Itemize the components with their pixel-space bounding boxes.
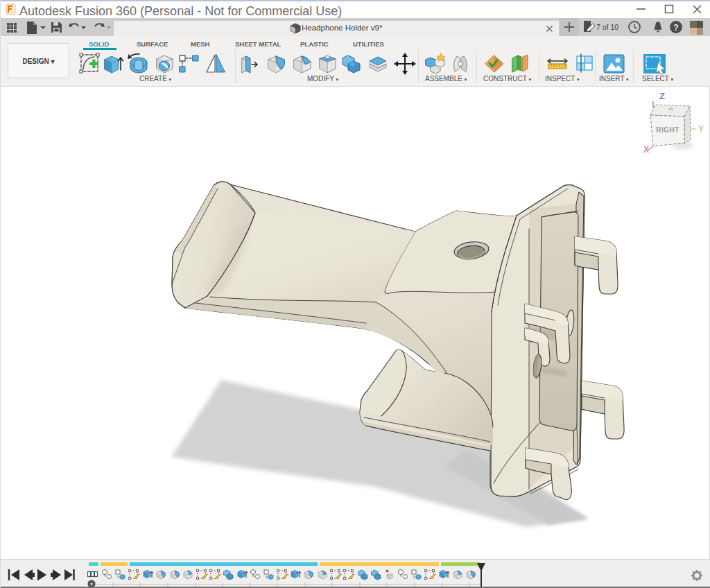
svg-text:X: X [643, 145, 649, 155]
svg-text:Y: Y [698, 124, 704, 134]
svg-text:7 of 10: 7 of 10 [596, 23, 618, 31]
svg-text:RIGHT: RIGHT [656, 126, 679, 134]
svg-text:?: ? [673, 23, 678, 33]
svg-text:Z: Z [659, 91, 665, 101]
